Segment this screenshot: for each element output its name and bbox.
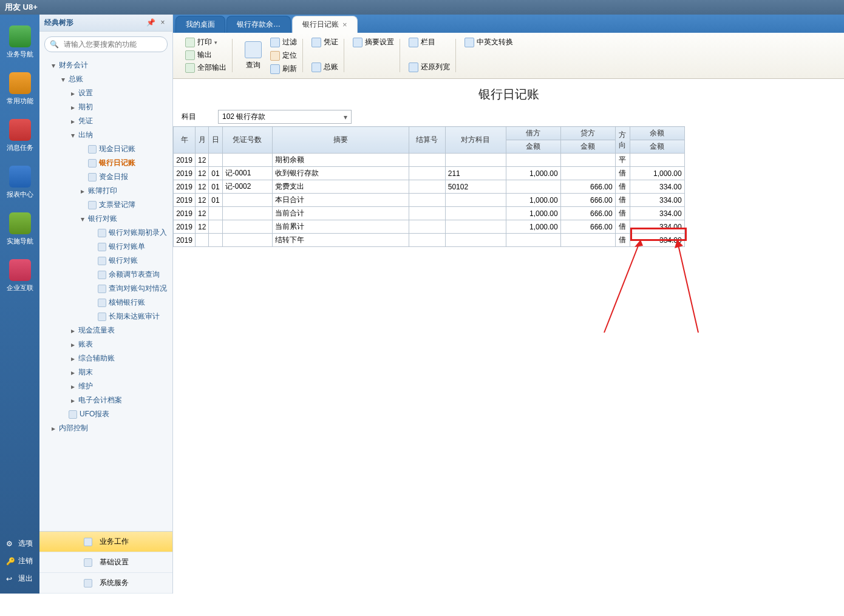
tree-node[interactable]: ▸维护 — [39, 379, 172, 393]
search-icon: 🔍 — [50, 40, 59, 49]
tree-bottom-tab[interactable]: 基础设置 — [39, 552, 172, 573]
iconbar-item[interactable]: 消息任务 — [3, 119, 36, 152]
tree-node[interactable]: 长期未达账审计 — [39, 310, 172, 323]
col-balance: 余额 — [630, 127, 684, 140]
tree-node[interactable]: 余额调节表查询 — [39, 268, 172, 282]
tree-node[interactable]: 现金日记账 — [39, 142, 172, 156]
iconbar-item[interactable]: 实施导航 — [3, 212, 36, 246]
tree-node[interactable]: ▸期初 — [39, 100, 172, 114]
table-row[interactable]: 2019 结转下年 借 334.00 — [174, 234, 685, 247]
table-row[interactable]: 2019 12 期初余额 平 — [174, 154, 685, 167]
query-button[interactable]: 查询 — [241, 40, 265, 72]
pin-icon[interactable]: 📌 — [146, 18, 155, 28]
content-area: 我的桌面银行存款余…银行日记账× 打印▾ 输出 全部输出 查询 过滤 定位 刷新… — [173, 15, 844, 594]
table-row[interactable]: 2019 12 01 本日合计 1,000.00 666.00 借 334.00 — [174, 194, 685, 207]
chevron-down-icon: ▾ — [344, 113, 347, 121]
gl-button[interactable]: 总账 — [311, 61, 338, 73]
tree-node[interactable]: 核销银行账 — [39, 296, 172, 310]
tree-node[interactable]: 银行日记账 — [39, 156, 172, 170]
iconbar-bottom-item[interactable]: ↩退出 — [0, 570, 39, 587]
tree-node[interactable]: ▾财务会计 — [39, 58, 172, 72]
export-button[interactable]: 输出 — [185, 49, 226, 61]
tree-node[interactable]: ▸电子会计档案 — [39, 393, 172, 407]
print-button[interactable]: 打印▾ — [185, 36, 226, 48]
tree-panel: 经典树形 📌 × 🔍 ▾财务会计▾总账▸设置▸期初▸凭证▾出纳现金日记账银行日记… — [39, 15, 173, 594]
column-button[interactable]: 栏目 — [409, 36, 450, 48]
table-row[interactable]: 2019 12 当前累计 1,000.00 666.00 借 334.00 — [174, 220, 685, 234]
expand-icon: ▸ — [71, 117, 78, 126]
iconbar-item[interactable]: 企业互联 — [3, 259, 36, 293]
col-credit: 贷方 — [560, 127, 615, 140]
tree-node[interactable]: ▾总账 — [39, 72, 172, 86]
voucher-button[interactable]: 凭证 — [311, 36, 338, 48]
expand-icon: ▸ — [71, 89, 78, 98]
iconbar-item[interactable]: 报表中心 — [3, 166, 36, 199]
table-row[interactable]: 2019 12 01 记-0002 党费支出 50102 666.00 借 33… — [174, 180, 685, 194]
tree-node[interactable]: ▾银行对账 — [39, 212, 172, 226]
locate-button[interactable]: 定位 — [270, 50, 297, 61]
col-debit: 借方 — [506, 127, 560, 140]
doc-icon — [98, 243, 106, 251]
iconbar-icon — [9, 212, 31, 234]
table-row[interactable]: 2019 12 当前合计 1,000.00 666.00 借 334.00 — [174, 207, 685, 220]
tree-node[interactable]: UFO报表 — [39, 407, 172, 421]
lang-button[interactable]: 中英文转换 — [465, 36, 513, 48]
doc-icon — [88, 159, 97, 168]
close-icon[interactable]: × — [158, 18, 168, 28]
tree-node[interactable]: 银行对账 — [39, 254, 172, 268]
tree-bottom-tab[interactable]: 系统服务 — [39, 573, 172, 594]
iconbar-icon — [9, 166, 31, 188]
toolbar: 打印▾ 输出 全部输出 查询 过滤 定位 刷新 凭证 x 总账 摘要设置 — [173, 33, 844, 79]
expand-icon: ▸ — [71, 354, 78, 363]
document-tab[interactable]: 我的桌面 — [175, 16, 225, 33]
expand-icon: ▸ — [71, 340, 78, 349]
refresh-button[interactable]: 刷新 — [270, 63, 297, 75]
tab-close-icon[interactable]: × — [342, 20, 347, 29]
expand-icon: ▸ — [71, 368, 78, 377]
table-row[interactable]: 2019 12 01 记-0001 收到银行存款 211 1,000.00 借 … — [174, 167, 685, 180]
restore-width-button[interactable]: 还原列宽 — [409, 61, 450, 73]
document-tab[interactable]: 银行日记账× — [292, 16, 358, 33]
col-year: 年 — [174, 127, 196, 154]
tree-header: 经典树形 📌 × — [39, 15, 172, 32]
tree-node[interactable]: ▸账表 — [39, 337, 172, 351]
export-all-button[interactable]: 全部输出 — [185, 62, 226, 73]
tree-node[interactable]: 银行对账期初录入 — [39, 226, 172, 240]
tree-node[interactable]: ▸综合辅助账 — [39, 351, 172, 365]
col-month: 月 — [196, 127, 209, 154]
tree-node[interactable]: ▸凭证 — [39, 114, 172, 128]
doc-icon — [69, 410, 77, 419]
tree-node[interactable]: 支票登记簿 — [39, 198, 172, 212]
iconbar-bottom-item[interactable]: 🔑注销 — [0, 552, 39, 570]
tree-node[interactable]: 资金日报 — [39, 170, 172, 184]
tree-node[interactable]: ▸账簿打印 — [39, 184, 172, 198]
expand-icon: ▸ — [52, 424, 59, 433]
doc-icon — [88, 173, 97, 181]
expand-icon: ▾ — [71, 131, 78, 140]
subject-value: 102 银行存款 — [222, 112, 265, 122]
tab-icon — [84, 558, 92, 567]
summary-set-button[interactable]: 摘要设置 — [353, 36, 394, 48]
iconbar-item[interactable]: 业务导航 — [3, 25, 36, 59]
tree-node[interactable]: 查询对账勾对情况 — [39, 282, 172, 296]
subject-combo[interactable]: 102 银行存款 ▾ — [218, 110, 352, 124]
doc-icon — [98, 299, 106, 307]
tree-node[interactable]: ▸现金流量表 — [39, 323, 172, 337]
iconbar-item[interactable]: 常用功能 — [3, 72, 36, 106]
filter-button[interactable]: 过滤 — [270, 36, 297, 48]
expand-icon: ▸ — [71, 327, 78, 335]
tree-node[interactable]: ▸内部控制 — [39, 421, 172, 435]
iconbar-bottom-item[interactable]: ⚙选项 — [0, 535, 39, 552]
search-input[interactable] — [61, 38, 162, 50]
tree-node[interactable]: ▸期末 — [39, 365, 172, 379]
tree-bottom-tab[interactable]: 业务工作 — [39, 532, 172, 552]
doc-icon — [88, 145, 97, 154]
search-box[interactable]: 🔍 — [44, 36, 168, 52]
tree-node[interactable]: ▾出纳 — [39, 128, 172, 142]
nav-tree: ▾财务会计▾总账▸设置▸期初▸凭证▾出纳现金日记账银行日记账资金日报▸账簿打印支… — [39, 57, 172, 531]
expand-icon: ▾ — [81, 215, 88, 223]
document-tab[interactable]: 银行存款余… — [226, 16, 291, 33]
tree-node[interactable]: 银行对账单 — [39, 240, 172, 254]
left-iconbar: 业务导航常用功能消息任务报表中心实施导航企业互联 ⚙选项🔑注销↩退出 — [0, 15, 39, 594]
tree-node[interactable]: ▸设置 — [39, 86, 172, 100]
